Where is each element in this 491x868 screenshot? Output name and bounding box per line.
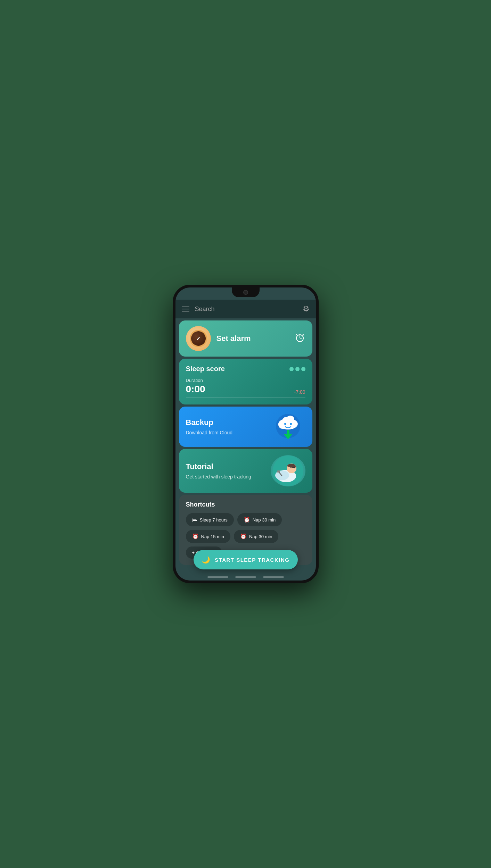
tutorial-graphic: [271, 455, 305, 486]
duration-negative: -7:00: [294, 389, 305, 395]
cloud-graphic: [271, 413, 305, 441]
phone-notch: [232, 287, 260, 297]
dots-menu[interactable]: [289, 367, 305, 371]
alarm-coffee-icon: ✓: [186, 326, 211, 351]
power-button: [318, 350, 319, 367]
backup-subtitle: Download from Cloud: [186, 430, 271, 435]
alarm-icon-2: ⏰: [192, 533, 199, 540]
svg-point-12: [290, 423, 292, 425]
svg-line-3: [296, 334, 297, 335]
bottom-pill-1: [207, 576, 228, 578]
tutorial-title: Tutorial: [186, 462, 271, 471]
bottom-pill-2: [235, 576, 256, 578]
top-bar: Search ⚙: [175, 300, 316, 318]
start-tracking-label: START SLEEP TRACKING: [215, 557, 289, 563]
shortcut-nap-30-2[interactable]: ⏰ Nap 30 min: [234, 530, 278, 543]
bed-icon: 🛏: [192, 517, 197, 523]
duration-bar: [186, 398, 305, 398]
phone-bottom-bar: [207, 576, 284, 578]
sleep-score-card[interactable]: Sleep score Duration 0:00 -7:00: [179, 359, 312, 404]
volume-down-button: [173, 357, 173, 376]
svg-rect-20: [277, 470, 280, 473]
svg-point-10: [286, 416, 294, 424]
shortcuts-title: Shortcuts: [186, 501, 305, 508]
tutorial-text: Tutorial Get started with sleep tracking: [186, 462, 271, 479]
moon-icon: 🌙: [202, 556, 211, 564]
sleep-score-title: Sleep score: [186, 365, 225, 373]
duration-value: 0:00: [186, 384, 205, 395]
shortcut-nap-30-1[interactable]: ⏰ Nap 30 min: [237, 513, 282, 526]
alarm-card[interactable]: ✓ Set alarm: [179, 320, 312, 357]
shortcut-label-4: Nap 30 min: [249, 534, 272, 539]
backup-title: Backup: [186, 418, 271, 427]
menu-icon[interactable]: [182, 307, 189, 311]
shortcut-label-3: Nap 15 min: [201, 534, 224, 539]
start-sleep-tracking-button[interactable]: 🌙 START SLEEP TRACKING: [194, 550, 298, 569]
svg-line-4: [303, 334, 304, 335]
camera: [243, 290, 248, 295]
dot-1: [289, 367, 294, 371]
phone-screen: Search ⚙ ✓ Set alarm: [175, 287, 316, 581]
coffee-check: ✓: [196, 335, 201, 342]
phone-frame: Search ⚙ ✓ Set alarm: [173, 285, 319, 583]
gear-icon[interactable]: ⚙: [303, 304, 310, 314]
shortcut-nap-15[interactable]: ⏰ Nap 15 min: [186, 530, 230, 543]
alarm-clock-icon: [294, 332, 305, 345]
shortcut-label-1: Sleep 7 hours: [200, 517, 228, 523]
dot-3: [301, 367, 305, 371]
bottom-pill-3: [263, 576, 284, 578]
shortcut-sleep-7[interactable]: 🛏 Sleep 7 hours: [186, 513, 234, 526]
backup-card[interactable]: Backup Download from Cloud: [179, 407, 312, 447]
dot-2: [295, 367, 300, 371]
search-input[interactable]: Search: [195, 306, 297, 313]
alarm-label: Set alarm: [216, 334, 289, 343]
duration-label: Duration: [186, 378, 205, 383]
tutorial-card[interactable]: Tutorial Get started with sleep tracking: [179, 449, 312, 493]
alarm-icon-1: ⏰: [244, 517, 250, 523]
volume-up-button: [173, 340, 173, 352]
alarm-icon-3: ⏰: [240, 533, 247, 540]
tutorial-subtitle: Get started with sleep tracking: [186, 474, 271, 479]
bixby-button: [173, 379, 173, 399]
backup-text: Backup Download from Cloud: [186, 418, 271, 435]
svg-point-11: [284, 423, 286, 425]
shortcut-label-2: Nap 30 min: [253, 517, 276, 523]
